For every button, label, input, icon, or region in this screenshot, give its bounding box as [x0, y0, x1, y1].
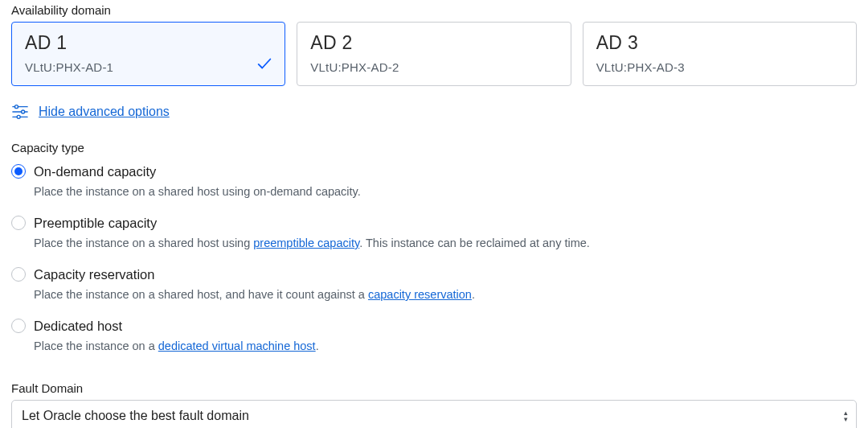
availability-domain-options: AD 1 VLtU:PHX-AD-1 AD 2 VLtU:PHX-AD-2 AD… [11, 22, 857, 86]
sliders-icon [11, 104, 29, 120]
preemptible-capacity-link[interactable]: preemptible capacity [253, 237, 359, 249]
radio-description: Place the instance on a dedicated virtua… [34, 338, 857, 354]
hide-advanced-options-link[interactable]: Hide advanced options [39, 105, 170, 119]
svg-point-3 [22, 110, 25, 113]
availability-domain-label: Availability domain [11, 3, 857, 17]
capacity-option-on-demand[interactable]: On-demand capacity [11, 159, 857, 182]
fault-domain-label: Fault Domain [11, 381, 857, 395]
svg-point-5 [17, 115, 20, 118]
capacity-reservation-link[interactable]: capacity reservation [368, 288, 472, 301]
radio-label: Dedicated host [34, 317, 122, 335]
advanced-options-toggle-row: Hide advanced options [11, 104, 857, 120]
dedicated-host-link[interactable]: dedicated virtual machine host [158, 340, 316, 352]
stepper-icon[interactable]: ▴▾ [844, 410, 848, 422]
radio-label: Capacity reservation [34, 265, 154, 283]
ad-card-title: AD 2 [310, 32, 557, 54]
ad-card-title: AD 1 [25, 32, 272, 54]
radio-icon[interactable] [11, 319, 26, 333]
radio-description: Place the instance on a shared host, and… [34, 286, 857, 302]
ad-card-subtitle: VLtU:PHX-AD-2 [310, 60, 557, 74]
capacity-option-preemptible[interactable]: Preemptible capacity [11, 211, 857, 233]
fault-domain-selected-value: Let Oracle choose the best fault domain [22, 409, 249, 422]
capacity-type-label: Capacity type [11, 141, 857, 154]
fault-domain-select[interactable]: Let Oracle choose the best fault domain … [11, 400, 857, 428]
ad-card-subtitle: VLtU:PHX-AD-3 [596, 60, 843, 74]
ad-card-1[interactable]: AD 1 VLtU:PHX-AD-1 [11, 22, 285, 86]
radio-label: On-demand capacity [34, 163, 156, 180]
checkmark-icon [256, 55, 273, 72]
capacity-type-radio-group: On-demand capacity Place the instance on… [11, 159, 857, 354]
radio-description: Place the instance on a shared host usin… [34, 235, 857, 251]
ad-card-2[interactable]: AD 2 VLtU:PHX-AD-2 [297, 22, 571, 86]
radio-description: Place the instance on a shared host usin… [34, 183, 857, 200]
radio-label: Preemptible capacity [34, 214, 157, 232]
ad-card-title: AD 3 [596, 32, 843, 54]
radio-icon[interactable] [11, 267, 26, 282]
capacity-option-reservation[interactable]: Capacity reservation [11, 262, 857, 285]
radio-icon[interactable] [11, 164, 26, 179]
ad-card-subtitle: VLtU:PHX-AD-1 [25, 60, 272, 74]
radio-icon[interactable] [11, 216, 26, 230]
ad-card-3[interactable]: AD 3 VLtU:PHX-AD-3 [583, 22, 857, 86]
capacity-option-dedicated[interactable]: Dedicated host [11, 314, 857, 336]
svg-point-1 [14, 105, 18, 109]
